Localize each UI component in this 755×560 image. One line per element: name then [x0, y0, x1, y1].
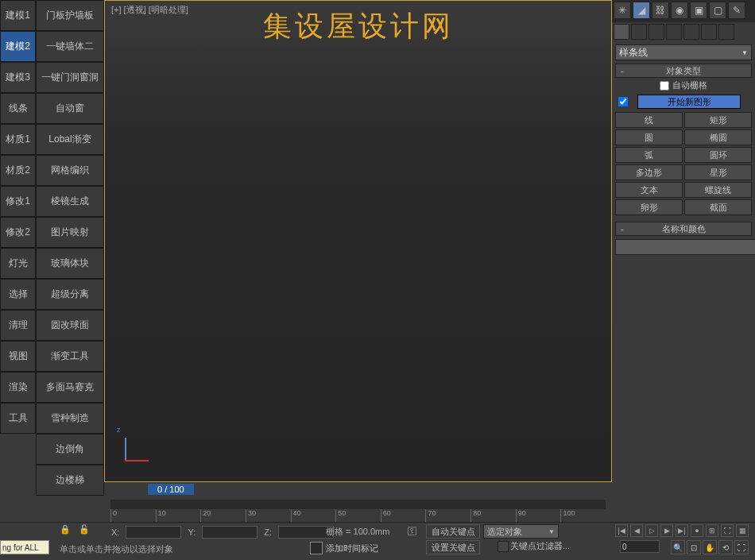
current-frame-input[interactable]: 0 [620, 540, 660, 553]
y-field[interactable] [202, 526, 257, 539]
sidebar-tool-0[interactable]: 门板护墙板 [36, 0, 104, 31]
set-key-button[interactable]: 设置关键点 [426, 540, 480, 554]
create-tab-icon[interactable] [614, 24, 629, 40]
viewport-label[interactable]: [+] [透视] [明暗处理] [111, 4, 188, 16]
goto-end-icon[interactable]: ▶| [676, 524, 688, 537]
render-setup-icon[interactable]: ▣ [690, 2, 707, 19]
shape-button-0[interactable]: 线 [615, 112, 683, 128]
goto-start-icon[interactable]: |◀ [615, 524, 628, 537]
sidebar-cat-10[interactable]: 清理 [0, 310, 36, 341]
sidebar-cat-6[interactable]: 修改1 [0, 186, 36, 217]
sidebar-tool-13[interactable]: 雪种制造 [36, 403, 104, 434]
shape-button-2[interactable]: 圆 [615, 129, 683, 145]
schematic-icon[interactable]: ⛓ [652, 2, 669, 19]
sidebar-tool-1[interactable]: 一键墙体二 [36, 31, 104, 62]
x-field[interactable] [126, 526, 181, 539]
sidebar-cat-2[interactable]: 建模3 [0, 62, 36, 93]
sidebar-tool-15[interactable]: 边楼梯 [36, 465, 104, 496]
next-frame-icon[interactable]: ▶ [660, 524, 673, 537]
shape-button-9[interactable]: 螺旋线 [684, 182, 752, 198]
key-mode-icon[interactable]: ● [691, 524, 703, 537]
shape-button-6[interactable]: 多边形 [615, 164, 683, 180]
start-shape-checkbox[interactable] [618, 97, 628, 106]
modify-tab-icon[interactable] [631, 24, 647, 40]
sidebar-tool-4[interactable]: Lobal渐变 [36, 124, 104, 155]
time-slider[interactable] [110, 500, 606, 509]
key-filter-button[interactable]: 关键点过滤器... [510, 540, 570, 552]
render-frame-icon[interactable]: ▢ [709, 2, 726, 19]
sidebar-cat-1[interactable]: 建模2 [0, 31, 36, 62]
name-color-rollout[interactable]: 名称和颜色 [615, 222, 752, 236]
shape-button-5[interactable]: 圆环 [684, 147, 752, 163]
vp-max-icon[interactable]: ⛶ [721, 524, 734, 537]
time-ruler[interactable]: 0102030405060708090100 [110, 509, 606, 522]
shape-button-3[interactable]: 椭圆 [684, 129, 752, 145]
material-icon[interactable]: ◉ [671, 2, 688, 19]
render-icon[interactable]: ✎ [728, 2, 745, 19]
shape-button-7[interactable]: 星形 [684, 164, 752, 180]
x-label: X: [111, 527, 119, 537]
viewport[interactable]: [+] [透视] [明暗处理] 集设屋设计网 z [104, 0, 612, 482]
auto-grid-checkbox[interactable] [660, 81, 669, 91]
hierarchy-tab-icon[interactable] [649, 24, 664, 40]
auto-key-button[interactable]: 自动关键点 [426, 524, 480, 539]
vp-layout-icon[interactable]: ▦ [736, 524, 749, 537]
panel-tabs [612, 22, 755, 41]
y-label: Y: [188, 527, 196, 537]
shape-button-11[interactable]: 截面 [684, 199, 752, 215]
key-icon[interactable]: ⚿ [407, 525, 421, 536]
sidebar-tool-10[interactable]: 圆改球面 [36, 310, 104, 341]
sidebar-tool-9[interactable]: 超级分离 [36, 279, 104, 310]
play-icon[interactable]: ▷ [645, 524, 658, 537]
time-tag-icon[interactable] [310, 542, 323, 554]
motion-tab-icon[interactable] [666, 24, 682, 40]
display-tab-icon[interactable] [683, 24, 699, 40]
sidebar-cat-5[interactable]: 材质2 [0, 155, 36, 186]
sidebar-tool-12[interactable]: 多面马赛克 [36, 372, 104, 403]
zoom-extents-icon[interactable]: ⛶ [734, 540, 749, 554]
axis-gizmo: z [125, 430, 157, 462]
sidebar-cat-4[interactable]: 材质1 [0, 124, 36, 155]
orbit-icon[interactable]: ⟲ [718, 540, 733, 554]
pan-icon[interactable]: ✋ [703, 540, 717, 554]
unlock-icon[interactable]: 🔓 [79, 524, 90, 535]
sidebar-cat-7[interactable]: 修改2 [0, 217, 36, 248]
shape-button-8[interactable]: 文本 [615, 182, 683, 198]
shape-button-4[interactable]: 弧 [615, 147, 683, 163]
sidebar-cat-8[interactable]: 灯光 [0, 248, 36, 279]
lock-icon[interactable]: 🔒 [60, 524, 71, 535]
start-new-shape-button[interactable]: 开始新图形 [637, 95, 741, 109]
object-name-input[interactable] [615, 239, 755, 255]
sidebar-tool-6[interactable]: 棱镜生成 [36, 186, 104, 217]
sidebar-cat-12[interactable]: 渲染 [0, 372, 36, 403]
key-selection-dropdown[interactable]: 选定对象 [483, 524, 559, 539]
sidebar-cat-9[interactable]: 选择 [0, 279, 36, 310]
utilities-tab-icon[interactable] [701, 24, 717, 40]
sidebar-tool-11[interactable]: 渐变工具 [36, 341, 104, 372]
sidebar-cat-13[interactable]: 工具 [0, 403, 36, 434]
sidebar-cat-0[interactable]: 建模1 [0, 0, 36, 31]
sidebar-tool-7[interactable]: 图片映射 [36, 217, 104, 248]
object-type-rollout[interactable]: 对象类型 [615, 64, 752, 78]
sidebar-cat-3[interactable]: 线条 [0, 93, 36, 124]
prev-frame-icon[interactable]: ◀ [630, 524, 643, 537]
extra-tab-icon[interactable] [718, 24, 734, 40]
sidebar-tool-8[interactable]: 玻璃体块 [36, 248, 104, 279]
sidebar-tool-2[interactable]: 一键门洞窗洞 [36, 62, 104, 93]
shape-button-1[interactable]: 矩形 [684, 112, 752, 128]
sidebar-cat-11[interactable]: 视图 [0, 341, 36, 372]
zoom-icon[interactable]: 🔍 [671, 540, 685, 554]
zoom-all-icon[interactable]: ⊡ [687, 540, 701, 554]
curve-editor-icon[interactable]: ◢ [633, 2, 650, 19]
sidebar-tool-14[interactable]: 边倒角 [36, 434, 104, 465]
settings-icon[interactable]: ✳ [614, 2, 631, 19]
sidebar-tool-5[interactable]: 网格编织 [36, 155, 104, 186]
frame-counter[interactable]: 0 / 100 [148, 484, 194, 495]
listener-input[interactable]: ng for ALL [0, 540, 49, 554]
category-dropdown[interactable]: 样条线 [615, 44, 752, 60]
time-config-icon[interactable]: ⊞ [706, 524, 718, 537]
shape-button-10[interactable]: 卵形 [615, 199, 683, 215]
time-tag-label[interactable]: 添加时间标记 [326, 543, 378, 554]
key-filter-icon[interactable] [498, 541, 509, 552]
sidebar-tool-3[interactable]: 自动窗 [36, 93, 104, 124]
